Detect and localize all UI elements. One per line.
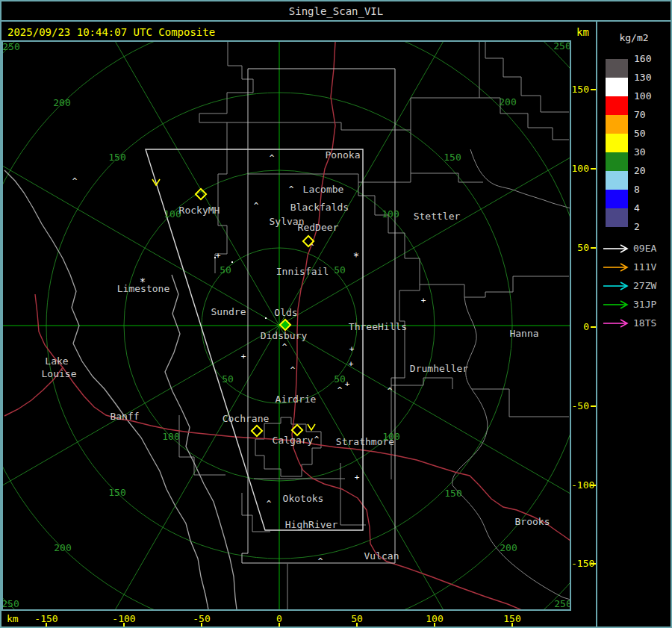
ring-distance-label: 250	[554, 598, 570, 609]
scale-value-label: 30	[634, 146, 668, 158]
ring-distance-label: 150	[108, 152, 125, 163]
ring-distance-label: 50	[334, 264, 346, 276]
caret-symbol: ^	[72, 176, 78, 186]
city-label: Airdrie	[276, 394, 317, 405]
ring-distance-label: 200	[53, 97, 70, 108]
city-label: Ponoka	[326, 149, 361, 161]
station-arrow-icon	[603, 319, 629, 328]
right-axis-tick-label: -100	[571, 479, 589, 491]
right-axis-tick-label: 0	[571, 321, 589, 333]
ring-distance-label: 50	[222, 373, 234, 385]
station-id-label: 18TS	[633, 317, 656, 329]
city-label: Drumheller	[410, 363, 468, 374]
caret-symbol: ^	[267, 499, 272, 509]
ring-distance-label: 200	[54, 542, 71, 553]
storm-diamond-marker	[252, 426, 262, 436]
plus-symbol: +	[421, 296, 426, 305]
caret-symbol: ^	[337, 385, 343, 395]
bottom-axis-tick-mark	[279, 623, 280, 627]
asterisk-symbol: *	[140, 276, 146, 287]
scale-value-label: 100	[634, 90, 668, 102]
caret-symbol: ^	[314, 435, 320, 444]
ring-distance-label: 50	[334, 373, 346, 385]
right-axis: 150100500-50-100-150	[571, 40, 596, 611]
plus-symbol: +	[349, 359, 354, 369]
ring-distance-label: 200	[499, 96, 516, 108]
info-bar: 2025/09/23 10:44:07 UTC Composite km	[1, 22, 596, 42]
scale-value-label: 160	[634, 53, 668, 65]
caret-symbol: ^	[290, 365, 296, 375]
bottom-axis-unit-label: km	[7, 613, 19, 624]
right-axis-tick-label: 150	[571, 84, 589, 96]
right-axis-tick-label: 100	[571, 163, 589, 175]
station-legend-row: 111V	[597, 260, 671, 275]
city-label: Strathmore	[336, 436, 394, 447]
asterisk-symbol: *	[353, 250, 359, 262]
right-axis-tick-label: -150	[571, 558, 589, 570]
city-label: RockyMH	[179, 205, 220, 216]
scale-color-box	[606, 190, 628, 208]
city-label: Lake	[45, 355, 68, 367]
scale-value-label: 130	[634, 72, 668, 84]
caret-symbol: ^	[254, 201, 259, 211]
caret-symbol: ^	[282, 342, 287, 352]
dot-symbol	[265, 317, 267, 319]
scale-value-label: 8	[634, 184, 668, 196]
bottom-axis: km-150-100-50050100150	[1, 611, 571, 628]
mountain-boundaries	[4, 170, 237, 609]
bottom-axis-tick-mark	[46, 623, 47, 627]
plus-symbol: +	[345, 379, 350, 389]
ring-distance-label: 200	[500, 542, 517, 553]
scale-color-box	[606, 59, 628, 78]
station-arrow-icon	[603, 282, 629, 290]
scale-color-box	[606, 115, 628, 134]
right-axis-tick-mark	[591, 89, 596, 90]
ring-distance-label: 150	[444, 488, 461, 499]
right-axis-tick-mark	[591, 326, 596, 328]
city-label: Cochrane	[223, 413, 270, 424]
ring-distance-label: 150	[444, 152, 461, 163]
city-label: Vulcan	[364, 550, 399, 562]
station-legend-row: 27ZW	[597, 279, 671, 293]
right-axis-tick-mark	[591, 563, 596, 565]
vector-check-marker	[308, 424, 315, 430]
station-id-label: 111V	[633, 261, 656, 273]
ring-distance-label: 250	[553, 42, 570, 52]
station-legend-row: 18TS	[597, 316, 671, 331]
scale-value-label: 2	[634, 221, 668, 233]
plus-symbol: +	[349, 344, 355, 354]
city-label: Calgary	[273, 435, 314, 446]
map-frame: 5050505010010010010015015015015020020020…	[1, 40, 571, 611]
legend-panel: kg/m2 16013010070503020842 09EA111V27ZW3…	[596, 22, 672, 627]
scale-value-label: 20	[634, 165, 668, 177]
radar-viewer-window: Single_Scan_VIL 2025/09/23 10:44:07 UTC …	[0, 0, 672, 628]
bottom-axis-tick-mark	[434, 623, 435, 627]
scale-color-box	[606, 152, 628, 171]
title-bar: Single_Scan_VIL	[1, 1, 671, 22]
city-labels: PonokaLacombeBlackfaldsSylvanRedDeerRock…	[42, 149, 550, 562]
ring-distance-label: 100	[382, 208, 399, 220]
map-symbols: ^^^^^^^^^^^^+++++++**	[72, 153, 426, 566]
city-label: Olds	[274, 307, 297, 318]
radar-map[interactable]: 5050505010010010010015015015015020020020…	[3, 42, 570, 609]
scale-value-label: 4	[634, 202, 668, 214]
scale-color-box	[606, 134, 628, 152]
station-legend-row: 09EA	[597, 241, 671, 256]
station-id-label: 09EA	[633, 243, 656, 254]
dot-symbol	[214, 257, 216, 258]
right-axis-tick-label: -50	[571, 400, 589, 412]
station-id-label: 27ZW	[633, 280, 656, 291]
city-label: ThreeHills	[349, 321, 407, 332]
station-legend-row: 31JP	[597, 297, 671, 312]
ring-distance-label: 100	[162, 431, 179, 442]
bottom-axis-tick-mark	[511, 623, 513, 627]
city-label: Sundre	[211, 306, 246, 317]
station-id-label: 31JP	[633, 299, 656, 310]
bottom-axis-tick-mark	[123, 623, 125, 627]
city-label: Hanna	[509, 328, 538, 339]
right-axis-tick-mark	[591, 247, 596, 249]
caret-symbol: ^	[388, 386, 393, 396]
city-label: Banff	[110, 411, 139, 422]
city-label: Didsbury	[261, 330, 308, 341]
scale-color-box	[606, 96, 628, 115]
